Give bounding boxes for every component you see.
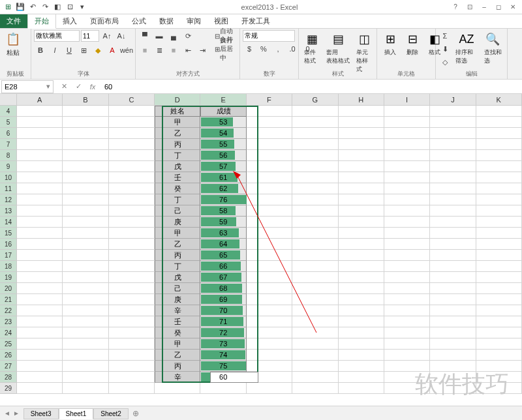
phonetic-button[interactable]: wén [120,44,133,56]
cell-G8[interactable] [292,150,338,161]
cell-E10[interactable]: 61 [200,172,246,183]
border-button[interactable]: ⊞ [77,44,90,56]
cell-K10[interactable] [476,172,522,183]
cond-format-button[interactable]: ▦条件格式 [301,30,322,67]
cell-K8[interactable] [476,150,522,161]
cell-I9[interactable] [384,161,430,172]
sheet-tab-sheet2[interactable]: Sheet2 [93,408,129,419]
cell-K25[interactable] [476,338,522,350]
cell-H7[interactable] [339,139,384,150]
cell-E20[interactable]: 68 [200,283,246,294]
underline-button[interactable]: U [63,44,76,56]
sort-filter-button[interactable]: AZ排序和筛选 [453,30,480,67]
cell-F24[interactable] [247,327,292,338]
cell-H21[interactable] [339,294,384,305]
cell-I28[interactable] [384,372,430,383]
cell-H27[interactable] [339,361,384,372]
fx-icon[interactable]: fx [86,81,99,93]
cell-C12[interactable] [109,194,155,205]
cell-F27[interactable] [247,361,292,372]
cell-K23[interactable] [476,316,522,327]
cell-D13[interactable]: 己 [155,205,200,217]
cell-C26[interactable] [109,350,155,361]
cell-D19[interactable]: 戊 [155,272,200,283]
cell-K20[interactable] [476,283,522,294]
name-box[interactable]: E28 ▾ [1,80,54,93]
cell-G27[interactable] [292,361,338,372]
cell-K24[interactable] [476,327,522,338]
cell-F18[interactable] [247,261,292,272]
cell-F13[interactable] [247,205,292,217]
cell-C24[interactable] [109,327,155,338]
cell-J12[interactable] [430,194,476,205]
redo-icon[interactable]: ↷ [40,2,50,12]
cell-B27[interactable] [63,361,108,372]
cell-B10[interactable] [63,172,108,183]
cell-E19[interactable]: 67 [200,272,246,283]
row-header[interactable]: 20 [0,283,17,294]
cell-G4[interactable] [292,106,338,117]
cell-D18[interactable]: 丁 [155,261,200,272]
cell-H14[interactable] [339,217,384,228]
cell-B6[interactable] [63,128,108,139]
cell-H17[interactable] [339,250,384,261]
cell-E21[interactable]: 69 [200,294,246,305]
cell-I11[interactable] [384,183,430,194]
cell-I5[interactable] [384,117,430,128]
cell-B13[interactable] [63,205,108,217]
grow-font-icon[interactable]: A↑ [100,30,114,42]
cell-H11[interactable] [339,183,384,194]
cell-I10[interactable] [384,172,430,183]
cell-F25[interactable] [247,338,292,350]
cell-C9[interactable] [109,161,155,172]
cell-H6[interactable] [339,128,384,139]
cell-A4[interactable] [17,106,63,117]
cell-F19[interactable] [247,272,292,283]
cell-I6[interactable] [384,128,430,139]
row-header[interactable]: 18 [0,261,17,272]
cell-D8[interactable]: 丁 [155,150,200,161]
cell-H29[interactable] [339,383,384,394]
row-header[interactable]: 8 [0,150,17,161]
cell-I17[interactable] [384,250,430,261]
cell-G29[interactable] [292,383,338,394]
cell-G23[interactable] [292,316,338,327]
cell-E17[interactable]: 65 [200,250,246,261]
cell-A5[interactable] [17,117,63,128]
cell-I8[interactable] [384,150,430,161]
merge-button[interactable]: ⊞ 合并后居中 [214,43,237,55]
cell-I21[interactable] [384,294,430,305]
delete-cells-button[interactable]: ⊟删除 [402,30,423,58]
cell-I14[interactable] [384,217,430,228]
qat-btn[interactable]: ◧ [52,2,63,12]
cell-F21[interactable] [247,294,292,305]
cell-E4[interactable]: 成绩 [200,106,246,117]
cell-H18[interactable] [339,261,384,272]
cell-C20[interactable] [109,283,155,294]
cell-B19[interactable] [63,272,108,283]
cell-A23[interactable] [17,316,63,327]
cell-D26[interactable]: 乙 [155,350,200,361]
cell-E9[interactable]: 57 [200,161,246,172]
cell-C19[interactable] [109,272,155,283]
fill-color-button[interactable]: ◆ [91,44,104,56]
cell-H28[interactable] [339,372,384,383]
cell-A26[interactable] [17,350,63,361]
cell-C21[interactable] [109,294,155,305]
cell-F23[interactable] [247,316,292,327]
sheet-tab-sheet1[interactable]: Sheet1 [59,408,94,419]
cell-J29[interactable] [430,383,476,394]
cell-K18[interactable] [476,261,522,272]
cell-C5[interactable] [109,117,155,128]
tab-dev[interactable]: 开发工具 [235,14,277,28]
cell-A15[interactable] [17,228,63,239]
cell-D29[interactable] [155,383,200,394]
row-header[interactable]: 17 [0,250,17,261]
tab-layout[interactable]: 页面布局 [84,14,125,28]
cell-F20[interactable] [247,283,292,294]
accounting-icon[interactable]: $ [243,43,256,55]
cell-J22[interactable] [430,305,476,316]
bold-button[interactable]: B [34,44,47,56]
cell-I15[interactable] [384,228,430,239]
cell-J8[interactable] [430,150,476,161]
